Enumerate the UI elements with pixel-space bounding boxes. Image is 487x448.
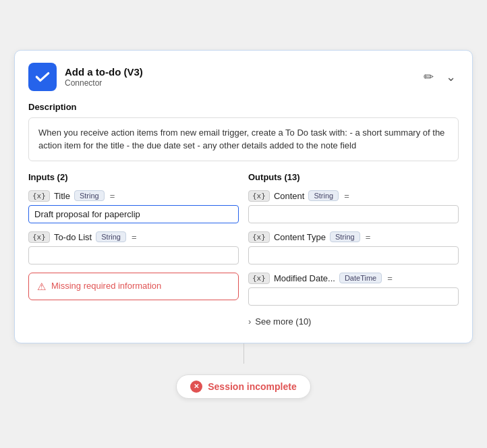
title-field-header: {x} Title String = <box>28 190 239 202</box>
card-header: Add a to-do (V3) Connector ✏ ⌄ <box>28 63 459 91</box>
todo-list-field-group: {x} To-do List String = <box>28 231 239 264</box>
outputs-column: Outputs (13) {x} Content String = {x} <box>248 172 459 329</box>
content-field-group: {x} Content String = <box>248 190 459 223</box>
inputs-column: Inputs (2) {x} Title String = {x} To- <box>28 172 239 329</box>
content-field-name: Content <box>274 191 305 201</box>
content-output-input[interactable] <box>248 205 459 223</box>
chevron-down-icon: ⌄ <box>446 69 456 84</box>
todo-list-input[interactable] <box>28 246 239 264</box>
card-header-right: ✏ ⌄ <box>421 68 459 86</box>
main-card: Add a to-do (V3) Connector ✏ ⌄ Descripti… <box>14 50 473 343</box>
title-var-badge: {x} <box>28 190 50 202</box>
session-error-icon <box>190 381 202 393</box>
edit-icon: ✏ <box>424 69 434 84</box>
outputs-label: Outputs (13) <box>248 172 459 182</box>
content-type-output-input[interactable] <box>248 246 459 264</box>
title-input[interactable] <box>28 205 239 223</box>
modified-date-eq: = <box>387 273 393 283</box>
content-type-field-name: Content Type <box>274 232 326 242</box>
edit-button[interactable]: ✏ <box>421 68 436 86</box>
chevron-right-icon: › <box>248 316 251 327</box>
collapse-button[interactable]: ⌄ <box>443 68 459 86</box>
modified-date-field-name: Modified Date... <box>274 273 335 283</box>
content-type-field-group: {x} Content Type String = <box>248 231 459 264</box>
title-field-group: {x} Title String = <box>28 190 239 223</box>
warning-icon: ⚠ <box>37 281 46 293</box>
title-field-name: Title <box>54 191 70 201</box>
error-box: ⚠ Missing required information <box>28 273 239 300</box>
title-type-badge: String <box>74 190 105 201</box>
inputs-label: Inputs (2) <box>28 172 239 182</box>
todo-eq: = <box>132 232 137 242</box>
card-title: Add a to-do (V3) <box>65 66 143 78</box>
see-more-label: See more (10) <box>255 316 311 327</box>
modified-date-field-group: {x} Modified Date... DateTime = <box>248 273 459 306</box>
error-text: Missing required information <box>51 280 161 292</box>
content-type-type-badge: String <box>330 231 360 242</box>
title-eq: = <box>110 191 115 201</box>
content-eq: = <box>344 191 349 201</box>
modified-date-output-input[interactable] <box>248 287 459 306</box>
todo-var-badge: {x} <box>28 231 50 243</box>
modified-date-var-badge: {x} <box>248 273 270 284</box>
content-type-var-badge: {x} <box>248 231 270 243</box>
app-icon <box>28 63 57 91</box>
card-subtitle: Connector <box>65 78 143 88</box>
content-type-badge: String <box>308 190 339 201</box>
content-type-eq: = <box>366 232 371 242</box>
todo-list-field-header: {x} To-do List String = <box>28 231 239 243</box>
content-type-field-header: {x} Content Type String = <box>248 231 459 243</box>
io-row: Inputs (2) {x} Title String = {x} To- <box>28 172 459 329</box>
divider-line <box>244 343 244 364</box>
content-var-badge: {x} <box>248 190 270 202</box>
description-label: Description <box>28 102 459 112</box>
todo-type-badge: String <box>96 231 126 242</box>
modified-date-field-header: {x} Modified Date... DateTime = <box>248 273 459 284</box>
content-field-header: {x} Content String = <box>248 190 459 202</box>
card-titles: Add a to-do (V3) Connector <box>65 66 143 88</box>
card-header-left: Add a to-do (V3) Connector <box>28 63 143 91</box>
divider-container <box>0 343 487 364</box>
page-wrapper: Add a to-do (V3) Connector ✏ ⌄ Descripti… <box>0 36 487 412</box>
session-banner: Session incomplete <box>176 374 310 399</box>
description-box: When you receive action items from new e… <box>28 117 459 161</box>
session-text: Session incomplete <box>208 381 296 392</box>
todo-field-name: To-do List <box>54 232 92 242</box>
modified-date-type-badge: DateTime <box>339 273 382 283</box>
see-more-button[interactable]: › See more (10) <box>248 314 459 329</box>
